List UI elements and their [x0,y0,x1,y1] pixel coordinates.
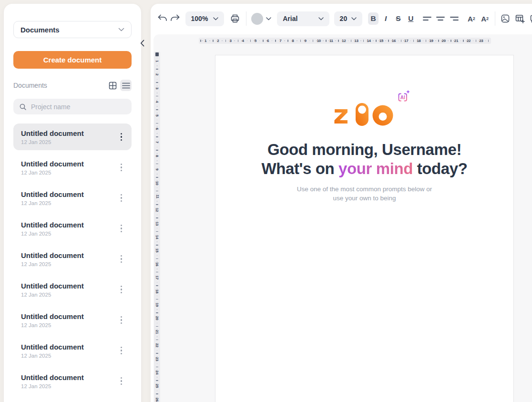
bold-button[interactable]: B [368,12,379,25]
document-date: 12 Jan 2025 [21,170,84,175]
align-center-button[interactable] [435,12,446,25]
greeting-line1: Good morning, Username! [267,141,461,158]
document-menu-button[interactable] [118,253,125,265]
horizontal-ruler[interactable]: 1234567891011121314151617181920212223 [199,38,491,44]
align-right-button[interactable] [449,12,459,25]
document-title: Untitled document [21,373,84,381]
app-logo: z AI [334,99,395,126]
document-menu-button[interactable] [118,192,125,204]
ruler-unit: 7 [154,140,160,154]
greeting-highlight: your mind [338,160,413,177]
ruler-margin-marker[interactable] [155,52,159,59]
grid-view-icon [109,82,117,90]
align-left-button[interactable] [422,12,432,25]
redo-icon [170,14,180,23]
vertical-ruler[interactable]: 1234567891011121314151617181920212223242… [154,52,160,402]
document-list-item[interactable]: Untitled document 12 Jan 2025 [13,307,132,333]
ruler-unit: 16 [154,262,160,276]
search-input[interactable] [31,103,126,111]
ruler-unit: 16 [392,38,404,44]
ruler-unit: 9 [305,38,317,44]
greeting-heading: Good morning, Username! What's on your m… [215,140,513,178]
subscript-label: A [481,15,486,23]
document-title: Untitled document [21,251,84,259]
document-menu-button[interactable] [118,284,125,295]
toolbar-divider [246,11,246,26]
ruler-unit: 14 [154,235,160,248]
document-list-item[interactable]: Untitled document 12 Jan 2025 [13,215,132,242]
sidebar-collapse-button[interactable] [138,38,146,48]
ruler-unit: 20 [154,316,160,330]
insert-image-button[interactable] [500,12,511,25]
italic-button[interactable]: I [380,12,391,25]
document-title: Untitled document [21,282,84,290]
text-color-picker[interactable] [251,13,271,25]
document-list-item[interactable]: Untitled document 12 Jan 2025 [13,276,132,303]
document-info: Untitled document 12 Jan 2025 [21,160,84,175]
ruler-unit: 3 [154,86,160,100]
document-menu-button[interactable] [118,314,125,326]
table-add-icon [515,14,525,23]
undo-button[interactable] [157,12,168,25]
superscript-button[interactable]: A2 [466,12,477,25]
editor-panel: 100% Arial 20 [151,4,532,402]
font-family-dropdown[interactable]: Arial [277,11,329,26]
zoom-dropdown[interactable]: 100% [185,11,225,26]
document-menu-button[interactable] [118,223,125,234]
toolbar: 100% Arial 20 [151,4,532,33]
font-size-dropdown[interactable]: 20 [334,11,362,26]
collection-dropdown[interactable]: Documents [13,21,132,38]
ruler-unit: 21 [154,330,160,343]
document-info: Untitled document 12 Jan 2025 [21,221,84,237]
document-menu-button[interactable] [118,375,125,387]
strikethrough-button[interactable]: S [393,12,403,25]
zoom-value: 100% [191,15,208,22]
document-list-item[interactable]: Untitled document 12 Jan 2025 [13,124,132,150]
chevron-down-icon [351,17,357,21]
document-menu-button[interactable] [118,131,125,143]
ruler-unit: 8 [154,154,160,167]
superscript-label: A [468,15,473,23]
document-list-item[interactable]: Untitled document 12 Jan 2025 [13,185,132,211]
grid-view-button[interactable] [107,80,118,91]
ruler-unit: 14 [367,38,379,44]
document-date: 12 Jan 2025 [21,200,84,206]
document-page[interactable]: z AI [215,55,514,402]
print-button[interactable] [230,12,240,25]
insert-table-button[interactable] [514,12,525,25]
ruler-unit: 25 [154,384,160,397]
subtitle-line1: Use one of the most common prompts below… [297,186,432,193]
ruler-unit: 4 [154,100,160,113]
ruler-unit: 18 [417,38,429,44]
ruler-unit: 17 [154,276,160,289]
subscript-button[interactable]: A2 [480,12,490,25]
document-menu-button[interactable] [118,162,125,173]
document-list-item[interactable]: Untitled document 12 Jan 2025 [13,246,132,272]
ruler-unit: 21 [454,38,467,44]
search-box[interactable] [13,99,132,114]
document-menu-button[interactable] [118,345,125,356]
list-view-icon [122,82,130,89]
ruler-unit: 5 [255,38,267,44]
list-view-button[interactable] [120,80,132,91]
ruler-unit: 3 [229,38,242,44]
document-list-item[interactable]: Untitled document 12 Jan 2025 [13,337,132,364]
chevron-down-icon [213,17,218,21]
color-swatch-icon [251,13,263,25]
comment-button[interactable] [529,12,532,25]
document-title: Untitled document [21,312,84,320]
ruler-unit: 6 [154,127,160,140]
document-info: Untitled document 12 Jan 2025 [21,251,84,267]
ruler-unit: 9 [154,167,160,181]
collection-dropdown-value: Documents [20,26,60,34]
underline-button[interactable]: U [406,12,416,25]
document-date: 12 Jan 2025 [21,353,84,359]
document-date: 12 Jan 2025 [21,139,84,145]
create-document-button[interactable]: Create document [13,51,132,69]
zio-logo-icon: z [334,99,395,126]
chevron-down-icon [266,17,271,21]
document-list-item[interactable]: Untitled document 12 Jan 2025 [13,154,132,181]
document-list-item[interactable]: Untitled document 12 Jan 2025 [13,368,132,394]
ruler-unit: 17 [404,38,417,44]
redo-button[interactable] [170,12,180,25]
